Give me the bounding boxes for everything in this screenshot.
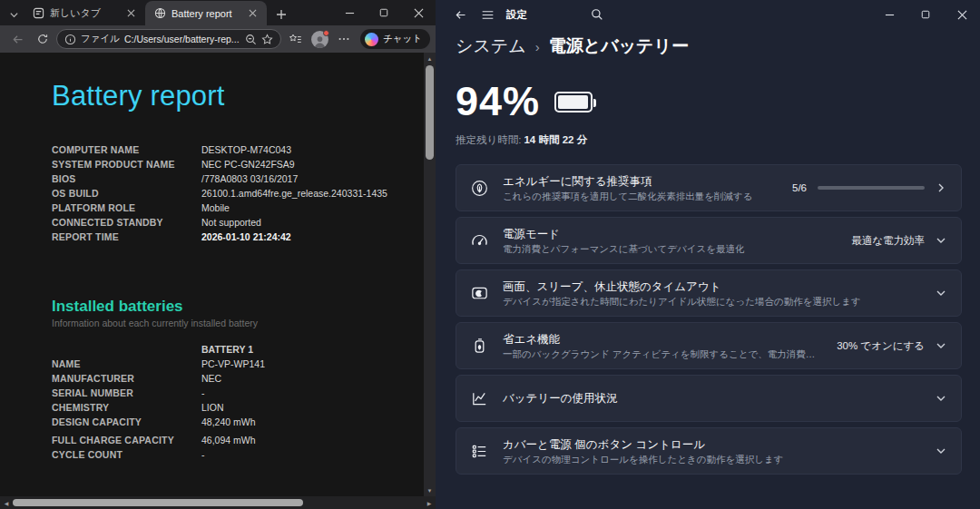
settings-window: 設定 システム › 電源とバッテリー 94%	[436, 0, 980, 509]
card-subtitle: これらの推奨事項を適用して二酸化炭素排出量を削減する	[503, 190, 779, 202]
card-title: 画面、スリープ、休止状態のタイムアウト	[503, 279, 922, 295]
vertical-scrollbar-thumb[interactable]	[426, 65, 434, 160]
globe-icon	[154, 7, 166, 19]
address-bar[interactable]: ファイル C:/Users/user/battery-rep...	[56, 29, 281, 49]
table-row: MANUFACTURERNEC	[52, 371, 436, 386]
horizontal-scrollbar-thumb[interactable]	[13, 499, 303, 506]
tab-search-chevron-icon[interactable]	[4, 4, 24, 25]
dropdown-value: 30% でオンにする	[837, 339, 925, 353]
card-subtitle: 一部のバックグラウンド アクティビティを制限することで、電力消費を削減し、バッテ…	[503, 347, 823, 360]
table-row: REPORT TIME2026-01-10 21:24:42	[52, 230, 436, 244]
card-lid-power-button-controls[interactable]: カバーと電源 個のボタン コントロール デバイスの物理コントロールを操作したとき…	[456, 427, 962, 475]
browser-minimize-button[interactable]	[332, 0, 367, 25]
table-row: CONNECTED STANDBYNot supported	[52, 215, 436, 230]
card-energy-recommendations[interactable]: エネルギーに関する推奨事項 これらの推奨事項を適用して二酸化炭素排出量を削減する…	[456, 164, 962, 211]
notification-badge	[323, 30, 329, 36]
card-energy-saver[interactable]: 省エネ機能 一部のバックグラウンド アクティビティを制限することで、電力消費を削…	[456, 322, 962, 369]
table-row: SERIAL NUMBER-	[52, 386, 436, 400]
breadcrumb-system[interactable]: システム	[456, 34, 526, 58]
page-info-icon[interactable]	[64, 34, 76, 45]
card-battery-usage[interactable]: バッテリーの使用状況	[456, 375, 962, 422]
screen-moon-icon	[470, 284, 489, 303]
tab-close-icon[interactable]	[245, 6, 260, 21]
browser-maximize-button[interactable]	[367, 0, 401, 25]
chevron-down-icon[interactable]	[936, 393, 946, 404]
refresh-icon[interactable]	[31, 28, 54, 50]
favorites-bar-icon[interactable]	[283, 28, 307, 50]
url-text: C:/Users/user/battery-rep...	[124, 34, 240, 44]
tab-label: Battery report	[172, 8, 240, 19]
chevron-right-icon[interactable]	[936, 182, 946, 193]
breadcrumb: システム › 電源とバッテリー	[456, 34, 962, 58]
copilot-icon	[365, 33, 378, 46]
hamburger-menu-icon[interactable]	[475, 3, 499, 26]
settings-close-button[interactable]	[944, 0, 980, 29]
gauge-icon	[470, 231, 489, 250]
chevron-down-icon	[936, 235, 946, 246]
report-title: Battery report	[52, 80, 436, 113]
card-subtitle: デバイスが指定された時間にわたりアイドル状態になった場合の動作を選択します	[503, 295, 922, 308]
table-row: COMPUTER NAMEDESKTOP-M74C043	[52, 142, 436, 157]
settings-back-icon[interactable]	[448, 3, 472, 26]
leaf-circle-icon	[470, 179, 489, 198]
breadcrumb-separator: ›	[535, 39, 540, 54]
zoom-out-icon[interactable]	[245, 34, 257, 45]
line-chart-icon	[470, 389, 489, 408]
battery-leaf-icon	[470, 337, 489, 356]
more-menu-icon[interactable]	[332, 28, 356, 50]
scroll-up-icon[interactable]: ▲	[424, 53, 436, 64]
browser-window: 新しいタブ Battery report	[0, 0, 436, 509]
table-row: CYCLE COUNT-	[52, 447, 436, 462]
scroll-down-icon[interactable]: ▼	[424, 485, 436, 496]
tab-close-icon[interactable]	[123, 6, 138, 21]
vertical-scrollbar[interactable]: ▲ ▼	[424, 53, 436, 496]
system-info-table: COMPUTER NAMEDESKTOP-M74C043 SYSTEM PROD…	[52, 142, 436, 244]
card-title: バッテリーの使用状況	[503, 391, 922, 406]
battery-status: 94%	[456, 78, 962, 125]
card-screen-sleep-timeouts[interactable]: 画面、スリープ、休止状態のタイムアウト デバイスが指定された時間にわたりアイドル…	[456, 269, 962, 317]
settings-maximize-button[interactable]	[907, 0, 944, 29]
page-title: 電源とバッテリー	[549, 34, 689, 58]
battery-info-table: BATTERY 1 NAMEPC-VP-WP141 MANUFACTURERNE…	[52, 342, 436, 462]
card-title: 省エネ機能	[503, 332, 823, 347]
recommendations-progress-bar	[818, 186, 925, 190]
battery-remaining-time: 推定残り時間:14 時間 22 分	[456, 133, 962, 147]
favorite-star-icon[interactable]	[261, 34, 273, 45]
profile-avatar[interactable]	[309, 28, 330, 50]
scroll-left-icon[interactable]: ◀	[0, 496, 13, 509]
table-row: OS BUILD26100.1.amd64fre.ge_release.2403…	[52, 186, 436, 201]
table-row: DESIGN CAPACITY48,240 mWh	[52, 415, 436, 429]
copilot-chat-button[interactable]: チャット	[360, 29, 430, 49]
new-tab-page-icon	[33, 7, 44, 19]
settings-minimize-button[interactable]	[871, 0, 907, 29]
table-row: NAMEPC-VP-WP141	[52, 357, 436, 371]
card-title: 電源モード	[503, 227, 838, 242]
back-icon[interactable]	[5, 28, 29, 50]
settings-titlebar: 設定	[436, 0, 980, 29]
tab-battery-report[interactable]: Battery report	[145, 1, 267, 25]
battery-percent: 94%	[456, 78, 540, 125]
chevron-down-icon[interactable]	[936, 288, 946, 299]
chevron-down-icon[interactable]	[936, 445, 946, 456]
energy-saver-dropdown[interactable]: 30% でオンにする	[837, 339, 946, 353]
installed-batteries-heading: Installed batteries	[52, 298, 436, 316]
new-tab-button[interactable]	[270, 4, 292, 25]
card-title: エネルギーに関する推奨事項	[503, 174, 779, 190]
card-subtitle: 電力消費とパフォーマンスに基づいてデバイスを最適化	[503, 242, 838, 255]
settings-search-icon[interactable]	[585, 3, 609, 26]
table-row: CHEMISTRYLION	[52, 400, 436, 415]
scroll-right-icon[interactable]: ▶	[423, 496, 436, 509]
table-row: FULL CHARGE CAPACITY46,094 mWh	[52, 433, 436, 447]
dropdown-value: 最適な電力効率	[851, 234, 925, 248]
tab-label: 新しいタブ	[50, 6, 118, 20]
browser-close-button[interactable]	[401, 0, 436, 25]
tab-new-tab[interactable]: 新しいタブ	[24, 1, 145, 25]
browser-tabstrip: 新しいタブ Battery report	[0, 0, 436, 25]
horizontal-scrollbar[interactable]: ◀ ▶	[0, 496, 436, 509]
card-subtitle: デバイスの物理コントロールを操作したときの動作を選択します	[503, 453, 922, 465]
table-row: BIOS/778A0803 03/16/2017	[52, 171, 436, 186]
table-header-row: BATTERY 1	[52, 342, 436, 357]
card-power-mode[interactable]: 電源モード 電力消費とパフォーマンスに基づいてデバイスを最適化 最適な電力効率	[456, 217, 962, 264]
battery-report-page: Battery report COMPUTER NAMEDESKTOP-M74C…	[0, 53, 436, 496]
power-mode-dropdown[interactable]: 最適な電力効率	[851, 234, 946, 248]
